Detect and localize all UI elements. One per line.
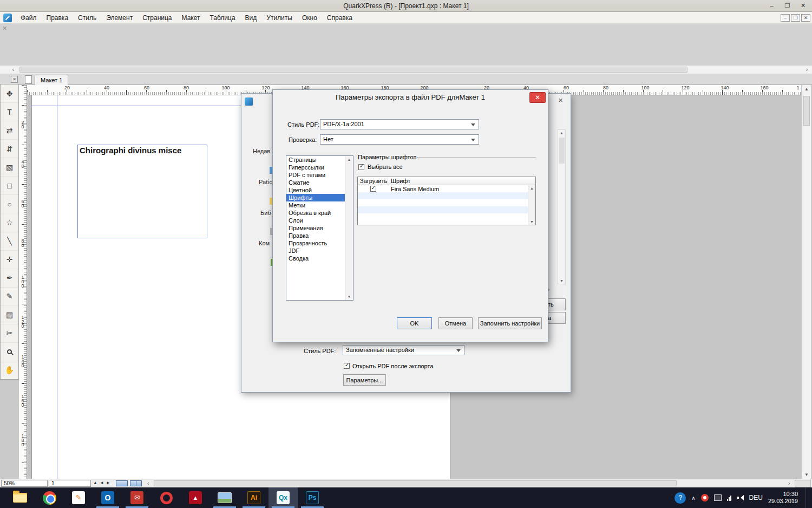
bezier-pen-tool[interactable]: ✒ <box>1 269 18 288</box>
section-fonts[interactable]: Шрифты <box>286 194 345 201</box>
mdi-restore-button[interactable]: ❐ <box>791 14 800 22</box>
composition-zones-tool[interactable]: ✛ <box>1 251 18 269</box>
menu-item[interactable]: Элемент <box>101 12 137 23</box>
scrollbar-thumb[interactable] <box>154 480 677 486</box>
freehand-line-tool[interactable]: ✎ <box>1 288 18 306</box>
oval-box-tool[interactable]: ○ <box>1 195 18 213</box>
menu-view[interactable]: Вид <box>240 12 262 23</box>
network-icon[interactable] <box>727 495 731 501</box>
tables-tool[interactable]: ▦ <box>1 306 18 324</box>
text-frame[interactable]: Chirographi divinus misce <box>77 145 207 238</box>
line-tool[interactable]: ╲ <box>1 232 18 251</box>
horizontal-scrollbar-top[interactable] <box>0 65 812 74</box>
mdi-minimize-button[interactable]: – <box>781 14 790 22</box>
margin-guide-vertical[interactable] <box>57 95 57 479</box>
scroll-right-icon[interactable] <box>788 480 790 487</box>
section-color[interactable]: Цветной <box>286 186 345 194</box>
scrollbar-thumb[interactable] <box>19 67 687 73</box>
menu-file[interactable]: Файл <box>16 12 42 23</box>
section-jdf[interactable]: JDF <box>286 247 345 255</box>
scissors-tool[interactable]: ✂ <box>1 324 18 343</box>
mdi-close-button[interactable]: ✕ <box>801 14 810 22</box>
scroll-left-icon[interactable] <box>147 480 149 487</box>
scroll-left-icon[interactable] <box>9 66 17 73</box>
volume-icon[interactable] <box>737 494 744 501</box>
remember-settings-button[interactable]: Запомнить настройки <box>478 317 542 329</box>
ok-button[interactable]: OK <box>397 317 432 329</box>
sidebar-item-libraries[interactable]: Биб <box>260 210 271 216</box>
clock[interactable]: 10:30 29.03.2019 <box>768 491 798 505</box>
section-marks[interactable]: Метки <box>286 201 345 209</box>
section-bleed[interactable]: Обрезка в край <box>286 209 345 217</box>
text-unlinking-tool[interactable]: ⇵ <box>1 140 18 158</box>
tray-app-icon[interactable] <box>701 494 709 502</box>
column-header-font[interactable]: Шрифт <box>388 177 535 185</box>
language-indicator[interactable]: DEU <box>749 494 763 502</box>
open-after-export-checkbox[interactable] <box>344 363 350 369</box>
taskbar-opera[interactable] <box>152 487 181 508</box>
taskbar-chrome[interactable] <box>35 487 64 508</box>
tray-window-icon[interactable] <box>714 494 722 501</box>
select-all-checkbox[interactable] <box>358 164 364 170</box>
menu-edit[interactable]: Правка <box>42 12 74 23</box>
scrollbar-thumb[interactable] <box>559 138 565 164</box>
starburst-tool[interactable]: ☆ <box>1 213 18 232</box>
rectangle-box-tool[interactable]: □ <box>1 177 18 195</box>
taskbar-quarkxpress[interactable]: Qx <box>269 487 298 508</box>
pan-tool[interactable]: ✋ <box>1 361 18 379</box>
scroll-up-icon[interactable] <box>802 87 811 92</box>
pdf-style-select[interactable]: PDF/X-1a:2001 <box>320 119 479 129</box>
split-view-icon[interactable] <box>11 76 18 83</box>
cancel-button[interactable]: Отмена <box>438 317 473 329</box>
sections-scrollbar[interactable] <box>345 156 353 300</box>
zoom-level-field[interactable]: 50% <box>1 480 48 487</box>
taskbar-photo-viewer[interactable] <box>210 487 239 508</box>
previous-page-icon[interactable] <box>100 480 104 485</box>
minimize-button[interactable]: – <box>764 1 780 11</box>
taskbar-illustrator[interactable]: Ai <box>239 487 269 508</box>
column-header-download[interactable]: Загрузить <box>358 177 388 185</box>
vertical-scrollbar[interactable] <box>802 85 811 479</box>
menu-utilities[interactable]: Утилиты <box>261 12 297 23</box>
text-linking-tool[interactable]: ⇄ <box>1 121 18 140</box>
item-tool[interactable]: ✥ <box>1 84 18 103</box>
section-transparency[interactable]: Прозрачность <box>286 239 345 247</box>
restore-button[interactable]: ❐ <box>780 1 795 11</box>
section-redline[interactable]: Правка <box>286 232 345 239</box>
taskbar-file-explorer[interactable] <box>5 487 35 508</box>
show-desktop-button[interactable] <box>806 487 808 508</box>
save-dialog-close-button[interactable]: ✕ <box>553 95 568 106</box>
sidebar-item-computer[interactable]: Ком <box>259 240 270 246</box>
section-tagged-pdf[interactable]: PDF с тегами <box>286 171 345 179</box>
page-view-icon[interactable] <box>116 480 128 486</box>
spread-view-icon[interactable] <box>130 480 142 486</box>
picture-content-tool[interactable]: ▧ <box>1 158 18 177</box>
text-content-tool[interactable]: T <box>1 103 18 121</box>
section-summary[interactable]: Сводка <box>286 255 345 262</box>
taskbar-acrobat-reader[interactable]: ▲ <box>181 487 210 508</box>
help-icon[interactable]: ? <box>675 492 686 504</box>
dialog-close-button[interactable]: ✕ <box>529 92 546 103</box>
scroll-right-icon[interactable] <box>803 66 811 73</box>
download-font-checkbox[interactable] <box>370 186 376 192</box>
verification-select[interactable]: Нет <box>320 134 479 145</box>
taskbar-photoshop[interactable]: Ps <box>298 487 327 508</box>
menu-window[interactable]: Окно <box>297 12 322 23</box>
font-table-row[interactable]: Fira Sans Medium <box>358 185 528 192</box>
options-button[interactable]: Параметры... <box>343 374 386 386</box>
page-up-icon[interactable] <box>93 480 97 485</box>
menu-table[interactable]: Таблица <box>205 12 240 23</box>
fonts-table-scrollbar[interactable] <box>528 185 535 225</box>
section-pages[interactable]: Страницы <box>286 156 345 164</box>
section-layers[interactable]: Слои <box>286 217 345 224</box>
file-list-scrollbar[interactable] <box>558 129 566 284</box>
menu-help[interactable]: Справка <box>322 12 357 23</box>
tray-expand-icon[interactable]: ∧ <box>691 495 695 501</box>
zoom-tool[interactable] <box>1 343 18 361</box>
pdf-style-select[interactable]: Запомненные настройки <box>343 345 464 355</box>
sidebar-item-desktop[interactable]: Рабо <box>259 179 273 185</box>
taskbar-text-editor[interactable]: ✎ <box>64 487 93 508</box>
scroll-down-icon[interactable] <box>802 472 811 477</box>
section-notes[interactable]: Примечания <box>286 224 345 232</box>
section-hyperlinks[interactable]: Гиперссылки <box>286 164 345 171</box>
